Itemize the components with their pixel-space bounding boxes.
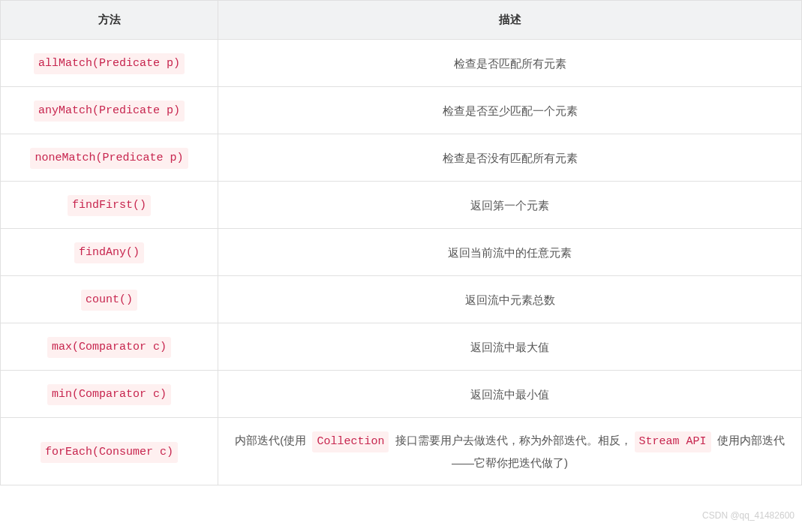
method-code: noneMatch(Predicate p): [30, 148, 188, 169]
table-row: min(Comparator c)返回流中最小值: [1, 371, 802, 418]
description-text: 返回流中最大值: [470, 341, 549, 353]
description-cell: 检查是否没有匹配所有元素: [218, 134, 802, 182]
table-header-row: 方法 描述: [1, 1, 802, 40]
table-row: findFirst()返回第一个元素: [1, 182, 802, 229]
description-text: 检查是否没有匹配所有元素: [443, 152, 578, 164]
header-description: 描述: [218, 1, 802, 40]
method-cell: count(): [1, 276, 218, 323]
table-row: max(Comparator c)返回流中最大值: [1, 323, 802, 371]
description-text: 检查是否至少匹配一个元素: [443, 104, 578, 117]
method-cell: findAny(): [1, 229, 218, 276]
table-row: count()返回流中元素总数: [1, 276, 802, 323]
method-cell: min(Comparator c): [1, 371, 218, 418]
method-cell: allMatch(Predicate p): [1, 40, 218, 87]
inline-code: Collection: [312, 431, 389, 452]
description-text: 内部迭代(使用: [235, 434, 309, 446]
method-cell: findFirst(): [1, 182, 218, 229]
description-cell: 返回当前流中的任意元素: [218, 229, 802, 276]
table-row: forEach(Consumer c)内部迭代(使用 Collection 接口…: [1, 418, 802, 485]
method-code: findAny(): [74, 242, 144, 263]
description-text: 返回流中最小值: [470, 388, 549, 401]
inline-code: Stream API: [635, 431, 711, 452]
description-cell: 返回流中最小值: [218, 371, 802, 418]
table-row: allMatch(Predicate p)检查是否匹配所有元素: [1, 40, 802, 87]
description-text: 返回流中元素总数: [465, 293, 555, 306]
method-code: min(Comparator c): [47, 384, 171, 405]
method-cell: noneMatch(Predicate p): [1, 134, 218, 182]
description-cell: 检查是否匹配所有元素: [218, 40, 802, 87]
method-code: count(): [81, 290, 137, 311]
description-cell: 返回第一个元素: [218, 182, 802, 229]
description-text: 返回第一个元素: [470, 199, 549, 212]
table-row: findAny()返回当前流中的任意元素: [1, 229, 802, 276]
description-text: 检查是否匹配所有元素: [454, 57, 566, 70]
description-cell: 返回流中最大值: [218, 323, 802, 371]
description-text: 接口需要用户去做迭代，称为外部迭代。相反，: [392, 434, 631, 446]
table-row: anyMatch(Predicate p)检查是否至少匹配一个元素: [1, 87, 802, 134]
description-text: 返回当前流中的任意元素: [448, 246, 572, 259]
method-code: max(Comparator c): [47, 337, 171, 358]
method-code: anyMatch(Predicate p): [34, 101, 185, 122]
method-cell: forEach(Consumer c): [1, 418, 218, 485]
table-row: noneMatch(Predicate p)检查是否没有匹配所有元素: [1, 134, 802, 182]
description-cell: 检查是否至少匹配一个元素: [218, 87, 802, 134]
method-code: forEach(Consumer c): [41, 442, 178, 463]
method-code: findFirst(): [68, 195, 151, 216]
description-cell: 内部迭代(使用 Collection 接口需要用户去做迭代，称为外部迭代。相反，…: [218, 418, 802, 485]
api-methods-table: 方法 描述 allMatch(Predicate p)检查是否匹配所有元素any…: [0, 0, 802, 485]
description-cell: 返回流中元素总数: [218, 276, 802, 323]
method-code: allMatch(Predicate p): [34, 53, 185, 74]
method-cell: max(Comparator c): [1, 323, 218, 371]
method-cell: anyMatch(Predicate p): [1, 87, 218, 134]
header-method: 方法: [1, 1, 218, 40]
